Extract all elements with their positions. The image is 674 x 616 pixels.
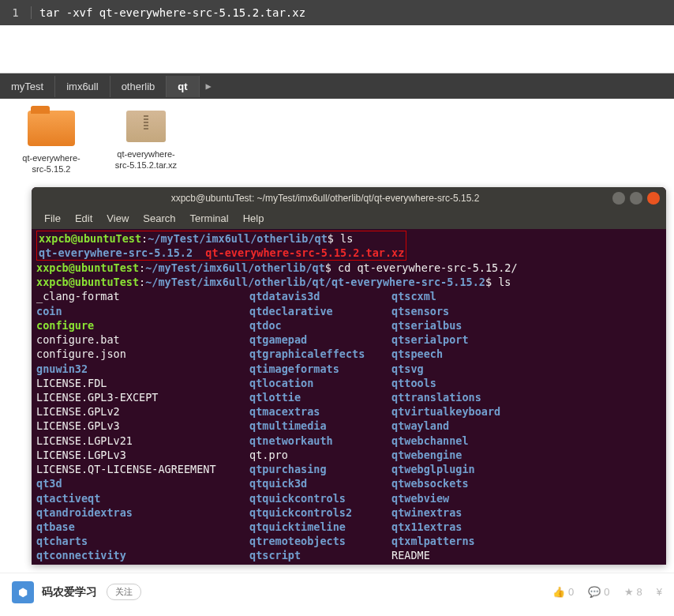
code-block: 1 tar -xvf qt-everywhere-src-5.15.2.tar.…: [0, 0, 674, 25]
like-stat[interactable]: 👍0: [552, 586, 574, 598]
menu-edit[interactable]: Edit: [69, 211, 99, 226]
breadcrumb-item-imx6ull[interactable]: imx6ull: [55, 76, 110, 97]
star-stat[interactable]: ★8: [624, 586, 642, 598]
menu-help[interactable]: Help: [237, 211, 271, 226]
terminal-body[interactable]: xxpcb@ubuntuTest:~/myTest/imx6ull/otherl…: [32, 229, 666, 565]
footer-stats: 👍0 💬0 ★8 ¥: [552, 586, 662, 598]
file-item-folder[interactable]: qt-everywhere-src-5.15.2: [16, 111, 87, 175]
file-item-archive[interactable]: qt-everywhere-src-5.15.2.tar.xz: [110, 111, 182, 175]
star-icon: ★: [624, 586, 634, 598]
reward-icon[interactable]: ¥: [657, 586, 662, 598]
breadcrumb-item-otherlib[interactable]: otherlib: [110, 76, 167, 97]
menu-search[interactable]: Search: [137, 211, 182, 226]
menu-file[interactable]: File: [38, 211, 67, 226]
breadcrumb-item-qt[interactable]: qt: [167, 76, 199, 97]
code-command[interactable]: tar -xvf qt-everywhere-src-5.15.2.tar.xz: [39, 6, 305, 19]
archive-icon: [126, 111, 166, 142]
window-title: xxpcb@ubuntuTest: ~/myTest/imx6ull/other…: [38, 193, 612, 204]
breadcrumb: myTest imx6ull otherlib qt ▶: [0, 73, 674, 99]
terminal-window: xxpcb@ubuntuTest: ~/myTest/imx6ull/other…: [32, 187, 666, 565]
file-browser: myTest imx6ull otherlib qt ▶ qt-everywhe…: [0, 73, 674, 565]
folder-icon: [28, 111, 75, 146]
menu-view[interactable]: View: [100, 211, 135, 226]
comment-stat[interactable]: 💬0: [588, 586, 609, 598]
line-number: 1: [0, 6, 32, 19]
avatar[interactable]: ⬢: [12, 581, 34, 603]
footer: ⬢ 码农爱学习 关注 👍0 💬0 ★8 ¥: [0, 573, 674, 611]
follow-button[interactable]: 关注: [107, 584, 141, 600]
menubar: File Edit View Search Terminal Help: [32, 209, 666, 229]
menu-terminal[interactable]: Terminal: [184, 211, 235, 226]
comment-icon: 💬: [588, 586, 601, 598]
close-icon[interactable]: [647, 192, 660, 205]
file-label: qt-everywhere-src-5.15.2.tar.xz: [110, 148, 182, 171]
chevron-right-icon[interactable]: ▶: [200, 81, 218, 92]
breadcrumb-item-mytest[interactable]: myTest: [0, 76, 55, 97]
file-pane: qt-everywhere-src-5.15.2 qt-everywhere-s…: [0, 99, 674, 187]
minimize-icon[interactable]: [612, 192, 625, 205]
author-name[interactable]: 码农爱学习: [42, 585, 97, 599]
file-label: qt-everywhere-src-5.15.2: [16, 152, 87, 175]
window-controls: [612, 192, 660, 205]
thumbs-up-icon: 👍: [552, 586, 565, 598]
maximize-icon[interactable]: [630, 192, 642, 205]
titlebar: xxpcb@ubuntuTest: ~/myTest/imx6ull/other…: [32, 187, 666, 209]
